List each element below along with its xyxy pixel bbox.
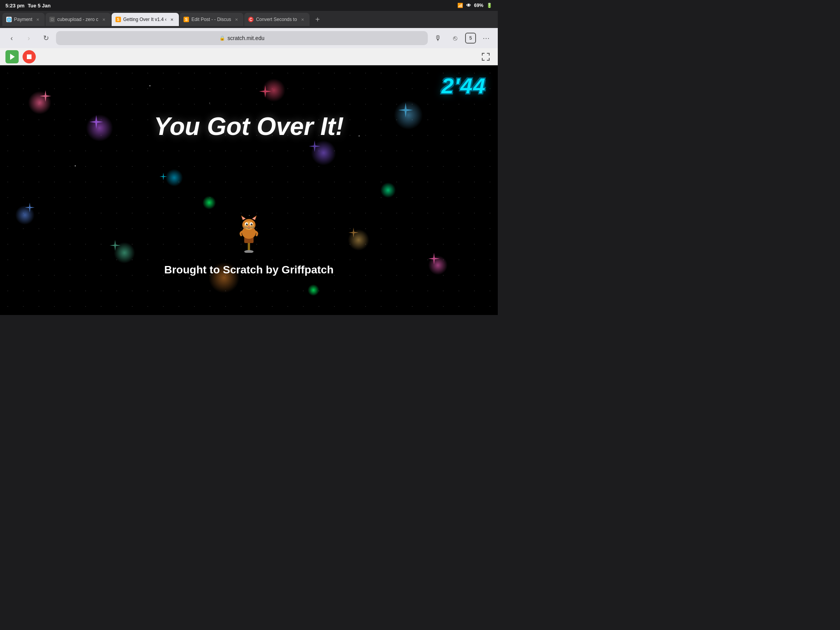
star-svg-6	[309, 140, 320, 152]
tab-payment-favicon: 🌐	[6, 17, 12, 22]
svg-point-24	[246, 224, 248, 226]
tab-getting-over-it-favicon: S	[116, 17, 121, 22]
svg-rect-13	[248, 243, 250, 251]
lock-icon: 🔒	[219, 35, 225, 41]
tab-bar: 🌐 Payment ✕ □ cubeupload - zero c ✕ S Ge…	[0, 11, 498, 28]
svg-rect-1	[27, 54, 32, 59]
tab-getting-over-it[interactable]: S Getting Over It v1.4 ‹ ✕	[112, 13, 179, 26]
share-button[interactable]: ⎋	[448, 31, 462, 45]
back-button[interactable]: ‹	[5, 31, 19, 45]
status-right: 📶 👁 69% 🔋	[457, 3, 492, 8]
game-subtitle: Brought to Scratch by Griffpatch	[164, 264, 334, 276]
dot-star-5	[359, 135, 360, 136]
scratch-controls-bar	[0, 48, 498, 65]
tab-edit-post-close[interactable]: ✕	[233, 16, 240, 23]
status-left: 5:23 pm Tue 5 Jan	[5, 3, 51, 9]
tab-getting-over-it-close[interactable]: ✕	[169, 16, 175, 23]
tab-payment-title: Payment	[14, 17, 32, 22]
tab-cubeupload-favicon: □	[49, 17, 55, 22]
glow-12	[380, 182, 396, 198]
address-bar[interactable]: 🔒 scratch.mit.edu	[56, 31, 428, 45]
game-canvas: You Got Over It!	[0, 65, 498, 315]
svg-point-21	[244, 221, 254, 230]
tab-convert-seconds-title: Convert Seconds to	[256, 17, 297, 22]
glow-green-1	[202, 196, 216, 210]
battery-display: 69%	[474, 3, 483, 8]
url-display: scratch.mit.edu	[228, 35, 264, 41]
nav-right-controls: 🎙 ⎋ 5 ⋯	[431, 31, 493, 45]
tab-cubeupload[interactable]: □ cubeupload - zero c ✕	[46, 13, 110, 26]
menu-button[interactable]: ⋯	[479, 31, 493, 45]
svg-marker-11	[159, 173, 167, 180]
star-svg-3	[89, 115, 103, 129]
privacy-icon: 👁	[466, 3, 471, 8]
svg-point-14	[244, 250, 254, 253]
star-svg-1	[40, 90, 51, 102]
tab-count-button[interactable]: 5	[465, 33, 476, 44]
fullscreen-button[interactable]	[479, 50, 492, 63]
dot-star-3	[75, 165, 76, 166]
svg-point-28	[248, 226, 250, 228]
tab-edit-post-title: Edit Post - - Discus	[191, 17, 231, 22]
tab-getting-over-it-title: Getting Over It v1.4 ‹	[123, 17, 166, 22]
reload-button[interactable]: ↻	[39, 31, 53, 45]
star-svg-10	[159, 173, 167, 180]
scratch-cat-sprite	[233, 210, 264, 253]
tab-convert-seconds-favicon: C	[248, 17, 254, 22]
svg-marker-10	[428, 253, 440, 264]
star-svg-8	[398, 103, 413, 117]
star-svg-7	[348, 228, 359, 238]
status-bar: 5:23 pm Tue 5 Jan 📶 👁 69% 🔋	[0, 0, 498, 11]
fullscreen-icon	[481, 52, 490, 61]
time-display: 5:23 pm	[5, 3, 24, 9]
svg-marker-2	[40, 90, 51, 102]
svg-marker-7	[309, 140, 320, 152]
battery-icon: 🔋	[486, 3, 492, 8]
tab-edit-post-favicon: S	[184, 17, 189, 22]
timer-display: 2'44	[441, 73, 486, 98]
tab-cubeupload-close[interactable]: ✕	[101, 16, 107, 23]
svg-point-26	[247, 224, 248, 224]
star-svg-4	[110, 240, 121, 251]
svg-marker-8	[348, 228, 359, 238]
green-flag-button[interactable]	[5, 50, 19, 63]
svg-point-25	[251, 224, 253, 226]
tab-payment-close[interactable]: ✕	[35, 16, 41, 23]
grid-dots	[0, 65, 498, 315]
svg-point-27	[252, 224, 252, 224]
tab-payment[interactable]: 🌐 Payment ✕	[2, 13, 45, 26]
svg-marker-3	[25, 203, 35, 212]
tab-cubeupload-title: cubeupload - zero c	[57, 17, 98, 22]
tab-edit-post[interactable]: S Edit Post - - Discus ✕	[180, 13, 243, 26]
star-svg-9	[428, 253, 440, 264]
glow-green-2	[308, 284, 319, 296]
wifi-icon: 📶	[457, 3, 463, 8]
star-svg-2	[25, 203, 35, 212]
microphone-button[interactable]: 🎙	[431, 31, 445, 45]
svg-marker-4	[89, 115, 103, 129]
svg-marker-6	[259, 85, 271, 98]
svg-marker-9	[398, 103, 413, 117]
game-title: You Got Over It!	[154, 112, 344, 141]
nav-bar: ‹ › ↻ 🔒 scratch.mit.edu 🎙 ⎋ 5 ⋯	[0, 28, 498, 48]
svg-marker-5	[110, 240, 121, 251]
add-tab-button[interactable]: +	[312, 14, 324, 25]
scratch-cat-svg	[233, 210, 264, 253]
tab-convert-seconds-close[interactable]: ✕	[299, 16, 306, 23]
tab-convert-seconds[interactable]: C Convert Seconds to ✕	[244, 13, 309, 26]
forward-button[interactable]: ›	[22, 31, 36, 45]
date-display: Tue 5 Jan	[28, 3, 51, 9]
green-flag-icon	[8, 53, 16, 61]
svg-marker-0	[10, 54, 15, 60]
stop-button[interactable]	[23, 50, 36, 63]
glow-5	[166, 169, 183, 186]
stop-icon	[26, 53, 33, 60]
star-svg-5	[259, 85, 271, 98]
